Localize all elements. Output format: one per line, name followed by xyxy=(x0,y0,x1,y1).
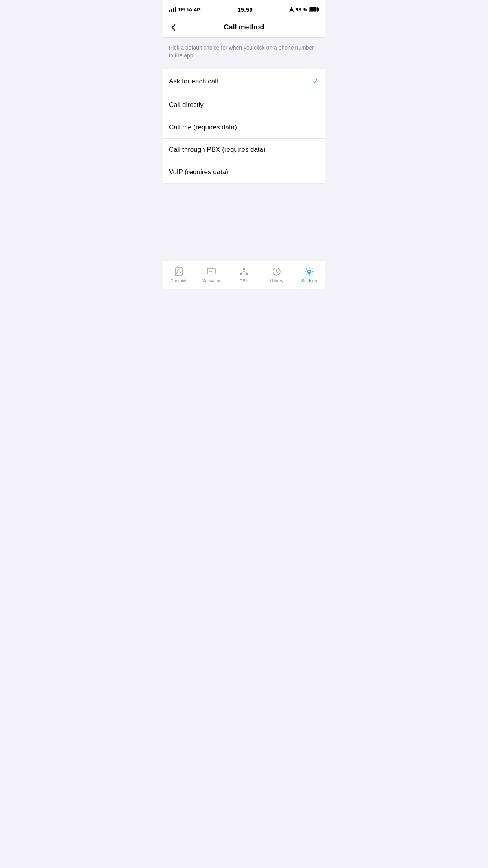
option-voip[interactable]: VoIP (requires data) xyxy=(163,161,325,184)
tab-settings-label: Settings xyxy=(301,278,317,283)
svg-rect-1 xyxy=(318,8,319,11)
option-ask-for-each-call[interactable]: Ask for each call ✓ xyxy=(163,69,325,94)
options-list: Ask for each call ✓ Call directly Call m… xyxy=(163,69,325,184)
messages-icon xyxy=(206,267,216,277)
description-section: Pick a default choice for when you click… xyxy=(163,38,325,66)
tab-pbx[interactable]: PBX xyxy=(228,265,261,285)
status-right: 93 % xyxy=(289,7,319,13)
tab-bar: Contacts Messages PBX xyxy=(163,261,325,289)
tab-history[interactable]: History xyxy=(260,265,293,285)
option-call-through-pbx[interactable]: Call through PBX (requires data) xyxy=(163,139,325,161)
carrier-label: TELIA xyxy=(178,7,193,13)
checkmark-icon: ✓ xyxy=(312,76,319,86)
tab-history-label: History xyxy=(270,278,283,283)
page-title: Call method xyxy=(224,23,264,31)
status-bar: TELIA 4G 15:59 93 % xyxy=(163,0,325,17)
option-call-directly[interactable]: Call directly xyxy=(163,94,325,116)
battery-icon xyxy=(309,7,319,12)
option-label: Ask for each call xyxy=(169,77,218,85)
tab-contacts[interactable]: Contacts xyxy=(163,265,195,285)
option-label: Call me (requires data) xyxy=(169,123,237,131)
settings-icon xyxy=(304,267,314,277)
status-time: 15:59 xyxy=(237,6,252,13)
tab-pbx-label: PBX xyxy=(240,278,248,283)
contacts-icon xyxy=(174,267,184,277)
description-text: Pick a default choice for when you click… xyxy=(169,44,319,59)
svg-point-4 xyxy=(178,270,180,272)
main-content xyxy=(163,184,325,261)
tab-messages-label: Messages xyxy=(202,278,221,283)
svg-rect-2 xyxy=(309,7,316,12)
nav-bar: Call method xyxy=(163,17,325,38)
battery-percent: 93 % xyxy=(295,7,307,13)
history-icon xyxy=(272,267,282,277)
option-label: Call through PBX (requires data) xyxy=(169,146,266,154)
svg-point-10 xyxy=(308,270,310,273)
option-call-me[interactable]: Call me (requires data) xyxy=(163,116,325,139)
svg-rect-3 xyxy=(175,268,182,276)
status-left: TELIA 4G xyxy=(169,7,201,13)
svg-rect-5 xyxy=(207,268,215,274)
option-label: VoIP (requires data) xyxy=(169,168,228,176)
tab-contacts-label: Contacts xyxy=(171,278,187,283)
signal-bars-icon xyxy=(169,7,176,12)
pbx-icon xyxy=(239,267,249,277)
option-label: Call directly xyxy=(169,101,204,109)
network-type-label: 4G xyxy=(194,7,201,13)
back-button[interactable] xyxy=(169,23,178,32)
tab-settings[interactable]: Settings xyxy=(293,265,325,285)
location-icon xyxy=(289,7,294,12)
tab-messages[interactable]: Messages xyxy=(195,265,228,285)
